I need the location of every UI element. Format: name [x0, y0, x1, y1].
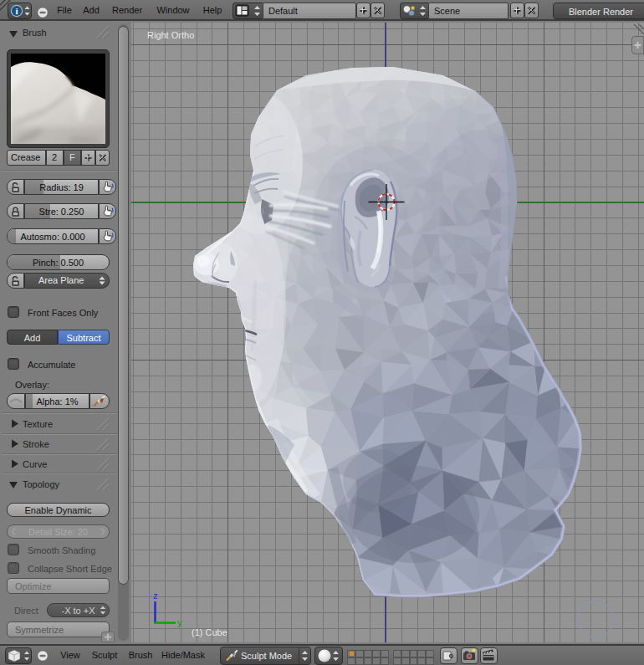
- svg-text:y: y: [177, 617, 182, 627]
- svg-text:z: z: [153, 591, 158, 601]
- svg-text:i: i: [15, 6, 18, 16]
